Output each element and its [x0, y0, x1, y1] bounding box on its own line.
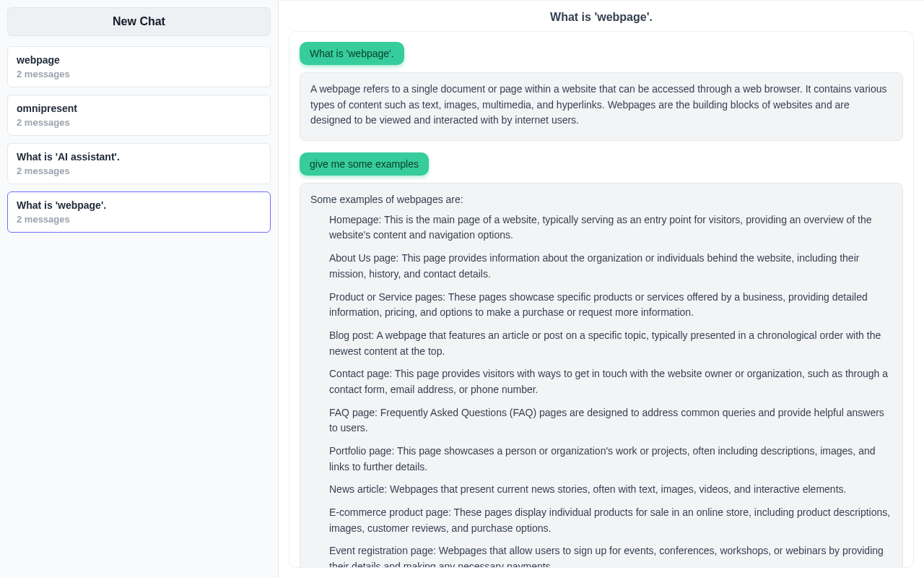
- page-title: What is 'webpage'.: [279, 1, 924, 31]
- assistant-text-intro: Some examples of webpages are:: [310, 192, 892, 208]
- main-panel: What is 'webpage'. What is 'webpage'. A …: [279, 0, 924, 578]
- assistant-message: Some examples of webpages are: Homepage:…: [300, 183, 903, 568]
- assistant-message: A webpage refers to a single document or…: [300, 72, 903, 141]
- assistant-example-item: E-commerce product page: These pages dis…: [329, 505, 892, 536]
- chat-item-title: What is 'webpage'.: [17, 199, 261, 211]
- chat-item-sub: 2 messages: [17, 214, 261, 225]
- assistant-example-item: Portfolio page: This page showcases a pe…: [329, 444, 892, 475]
- chat-item-sub: 2 messages: [17, 165, 261, 176]
- assistant-example-item: Event registration page: Webpages that a…: [329, 543, 892, 568]
- chat-item[interactable]: What is 'AI assistant'.2 messages: [7, 143, 271, 184]
- assistant-example-item: Homepage: This is the main page of a web…: [329, 212, 892, 243]
- assistant-example-item: Contact page: This page provides visitor…: [329, 366, 892, 397]
- conversation[interactable]: What is 'webpage'. A webpage refers to a…: [289, 31, 914, 568]
- chat-item-title: webpage: [17, 54, 261, 66]
- chat-item-sub: 2 messages: [17, 69, 261, 79]
- assistant-example-item: About Us page: This page provides inform…: [329, 251, 892, 282]
- chat-item-title: What is 'AI assistant'.: [17, 151, 261, 163]
- assistant-example-item: Blog post: A webpage that features an ar…: [329, 328, 892, 359]
- sidebar: New Chat webpage2 messagesomnipresent2 m…: [0, 0, 279, 578]
- user-message: give me some examples: [300, 152, 429, 176]
- chat-item-title: omnipresent: [17, 103, 261, 114]
- assistant-example-item: News article: Webpages that present curr…: [329, 482, 892, 498]
- chat-list: webpage2 messagesomnipresent2 messagesWh…: [7, 46, 271, 233]
- chat-item[interactable]: omnipresent2 messages: [7, 95, 271, 136]
- chat-item[interactable]: webpage2 messages: [7, 46, 271, 87]
- assistant-examples-list: Homepage: This is the main page of a web…: [310, 212, 892, 568]
- assistant-text: A webpage refers to a single document or…: [310, 82, 892, 129]
- assistant-example-item: FAQ page: Frequently Asked Questions (FA…: [329, 405, 892, 436]
- user-message: What is 'webpage'.: [300, 42, 404, 65]
- assistant-example-item: Product or Service pages: These pages sh…: [329, 290, 892, 321]
- chat-item[interactable]: What is 'webpage'.2 messages: [7, 191, 271, 233]
- chat-item-sub: 2 messages: [17, 117, 261, 128]
- new-chat-button[interactable]: New Chat: [7, 7, 271, 36]
